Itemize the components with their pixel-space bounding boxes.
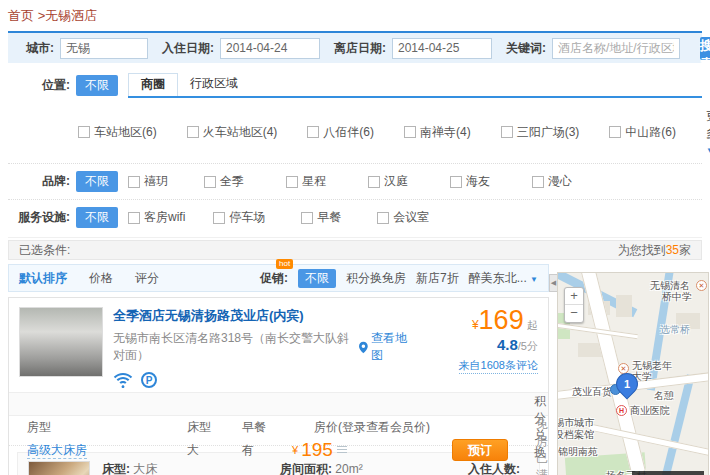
selected-conditions-bar: 已选条件: 为您找到35家 xyxy=(8,240,702,260)
zoom-out-button[interactable]: − xyxy=(565,305,583,322)
checkbox[interactable] xyxy=(609,126,621,138)
checkbox[interactable] xyxy=(128,212,140,224)
location-option[interactable]: 八佰伴(6) xyxy=(307,124,374,141)
brand-label: 品牌: xyxy=(8,173,70,190)
checkout-input[interactable] xyxy=(392,38,492,59)
checkin-input[interactable] xyxy=(220,38,320,59)
brand-option[interactable]: 禧玥 xyxy=(128,173,168,190)
facility-option[interactable]: 停车场 xyxy=(213,209,265,226)
location-option[interactable]: 火车站地区(4) xyxy=(187,124,278,141)
brand-option[interactable]: 汉庭 xyxy=(368,173,408,190)
facility-unlimited-button[interactable]: 不限 xyxy=(76,207,118,228)
keyword-input[interactable] xyxy=(552,38,680,59)
brand-option[interactable]: 漫心 xyxy=(532,173,572,190)
view-map-button[interactable]: 查看地图 xyxy=(632,471,704,475)
sort-price[interactable]: 价格 xyxy=(89,270,113,287)
checkbox[interactable] xyxy=(307,126,319,138)
checkbox[interactable] xyxy=(128,176,140,188)
selected-conditions-label: 已选条件: xyxy=(19,242,70,259)
hotel-name-link[interactable]: 全季酒店无锡清扬路茂业店(内宾) xyxy=(113,307,413,325)
checkbox[interactable] xyxy=(286,176,298,188)
map-label: 商业医院 xyxy=(630,404,670,418)
hospital-icon: H xyxy=(616,405,627,416)
location-option[interactable]: 南禅寺(4) xyxy=(404,124,471,141)
hotel-address: 无锡市南长区清名路318号（南长交警大队斜对面） xyxy=(113,330,353,364)
promo-points-link[interactable]: 积分换免房 xyxy=(346,270,406,287)
chevron-down-icon: ▼ xyxy=(530,275,538,284)
checkbox[interactable] xyxy=(213,212,225,224)
keyword-label: 关键词: xyxy=(506,40,546,57)
filter-panel: 位置: 不限 商圈 行政区域 车站地区(6) 火车站地区(4) 八佰伴(6) 南… xyxy=(8,63,702,238)
map-label: 桥中学 xyxy=(662,290,692,304)
school-icon: ✕ xyxy=(696,280,707,291)
view-map-link[interactable]: 查看地图 xyxy=(359,330,413,364)
promo-unlimited-button[interactable]: 不限 xyxy=(298,269,336,288)
member-price-icon xyxy=(337,446,347,455)
promo-newstore-link[interactable]: 新店7折 xyxy=(416,270,459,287)
reviews-link[interactable]: 来自1608条评论 xyxy=(459,358,538,374)
room-table-header: 房型 床型 早餐 房价(登录查看会员价) 积分兑换 xyxy=(9,392,548,416)
brand-unlimited-button[interactable]: 不限 xyxy=(76,171,118,192)
checkbox[interactable] xyxy=(187,126,199,138)
search-bar: 城市: 入住日期: 离店日期: 关键词: 搜索 xyxy=(8,31,702,63)
hotel-search-page: 首页 >无锡酒店 城市: 入住日期: 离店日期: 关键词: 搜索 位置: 不限 … xyxy=(0,0,710,475)
map-label: 选常桥 xyxy=(660,323,690,337)
wifi-icon xyxy=(113,372,133,388)
checkbox[interactable] xyxy=(78,126,90,138)
checkbox[interactable] xyxy=(204,176,216,188)
brand-option[interactable]: 星程 xyxy=(286,173,326,190)
tab-business-district[interactable]: 商圈 xyxy=(128,73,178,96)
checkout-label: 离店日期: xyxy=(334,40,386,57)
hotel-photo[interactable] xyxy=(19,307,103,377)
sort-default[interactable]: 默认排序 xyxy=(19,270,67,287)
checkbox[interactable] xyxy=(450,176,462,188)
brand-option[interactable]: 海友 xyxy=(450,173,490,190)
promo-dropdown[interactable]: 醉美东北... ▼ xyxy=(469,270,538,287)
city-label: 城市: xyxy=(26,40,54,57)
facility-label: 服务设施: xyxy=(8,209,70,226)
checkbox[interactable] xyxy=(501,126,513,138)
hotel-score: 4.8/5分 xyxy=(413,336,538,354)
map-label: 名憩 xyxy=(654,389,674,403)
search-button[interactable]: 搜索 xyxy=(700,37,710,60)
checkbox[interactable] xyxy=(377,212,389,224)
book-button[interactable]: 预订 xyxy=(452,439,508,461)
facility-option[interactable]: 会议室 xyxy=(377,209,429,226)
brand-option[interactable]: 全季 xyxy=(204,173,244,190)
facility-option[interactable]: 客房wifi xyxy=(128,209,185,226)
hotel-price: ¥169 起 xyxy=(413,307,538,333)
location-option[interactable]: 中山路(6) xyxy=(609,124,676,141)
chevron-down-icon: ▼ xyxy=(706,146,710,155)
location-label: 位置: xyxy=(8,77,70,94)
location-unlimited-button[interactable]: 不限 xyxy=(76,75,118,96)
facility-option[interactable]: 早餐 xyxy=(301,209,341,226)
breadcrumb: 首页 >无锡酒店 xyxy=(0,0,710,31)
result-count: 为您找到35家 xyxy=(618,242,691,259)
checkbox[interactable] xyxy=(368,176,380,188)
room-price: ¥195 xyxy=(292,439,402,461)
map-label: 设档案馆 xyxy=(557,428,594,442)
checkbox[interactable] xyxy=(301,212,313,224)
parking-icon: P xyxy=(141,372,157,388)
city-input[interactable] xyxy=(60,38,148,59)
breadcrumb-current: 无锡酒店 xyxy=(45,8,97,23)
promo-label: 促销:hot xyxy=(260,270,288,287)
map-label: 茂业百货 xyxy=(572,385,612,399)
map-label: 锦明南苑 xyxy=(558,445,598,459)
room-photo xyxy=(28,461,90,475)
tab-admin-district[interactable]: 行政区域 xyxy=(178,73,250,96)
sort-score[interactable]: 评分 xyxy=(135,270,159,287)
mini-map[interactable]: + − 无锡清名 桥中学 ✕ 选常桥 ✕ 无锡老年 大学 茂业百货 名憩 1 H… xyxy=(557,272,709,475)
location-option[interactable]: 三阳广场(3) xyxy=(501,124,580,141)
zoom-in-button[interactable]: + xyxy=(565,288,583,305)
breadcrumb-home-link[interactable]: 首页 xyxy=(8,8,34,23)
sort-bar: 默认排序 价格 评分 促销:hot 不限 积分换免房 新店7折 醉美东北... … xyxy=(8,264,549,292)
location-option[interactable]: 车站地区(6) xyxy=(78,124,157,141)
map-zoom-control: + − xyxy=(564,287,584,323)
checkbox[interactable] xyxy=(404,126,416,138)
checkbox[interactable] xyxy=(532,176,544,188)
hot-badge: hot xyxy=(276,259,293,269)
free-room-status: 免房已满 xyxy=(530,416,548,475)
more-link[interactable]: 更多▼ xyxy=(706,108,710,156)
room-type-link[interactable]: 高级大床房 xyxy=(27,442,187,459)
